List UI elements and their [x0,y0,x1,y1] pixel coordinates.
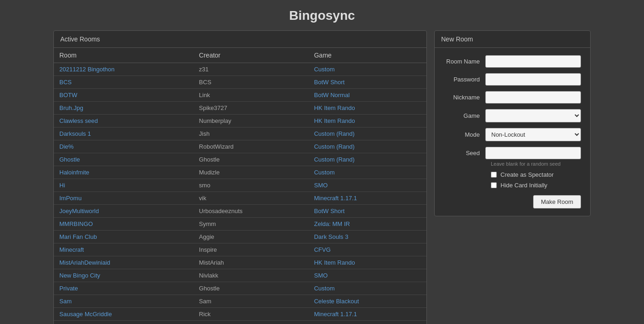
table-row[interactable]: New Bingo CityNivlakkSMO [54,269,426,282]
game-cell: Minecraft 1.17.1 [309,321,426,324]
creator-cell: z31 [194,63,309,76]
password-row: Password [444,73,581,86]
room-name-cell: 20211212 Bingothon [54,63,194,76]
table-row[interactable]: JoeyMultiworldUrbosadeeznutsBotW Short [54,205,426,218]
col-creator: Creator [194,48,309,63]
game-cell: Minecraft 1.17.1 [309,308,426,321]
room-name-cell: MMRBINGO [54,218,194,231]
table-row[interactable]: MinecraftInspireCFVG [54,243,426,256]
game-label: Game [444,112,485,119]
room-name-input[interactable] [485,55,581,68]
game-cell: HK Item Rando [309,102,426,115]
spectator-checkbox-row: Create as Spectator [491,171,581,178]
creator-cell: Inspire [194,243,309,256]
hide-card-label[interactable]: Hide Card Initially [500,182,547,189]
room-name-cell: Mari Fan Club [54,231,194,243]
mode-row: Mode Non-LockoutLockoutBlackoutExplorati… [444,128,581,141]
game-row: Game [444,109,581,122]
table-row[interactable]: 20211212 Bingothonz31Custom [54,63,426,76]
room-name-cell: Minecraft [54,243,194,256]
table-row[interactable]: Shell BrosDameMinecraft 1.17.1 [54,321,426,324]
creator-cell: BCS [194,76,309,89]
game-cell: BotW Normal [309,89,426,102]
password-input[interactable] [485,73,581,86]
creator-cell: vik [194,192,309,205]
table-row[interactable]: BCSBCSBotW Short [54,76,426,89]
creator-cell: Ghostle [194,153,309,166]
game-cell: Custom (Rand) [309,127,426,140]
room-name-cell: Ghostle [54,153,194,166]
game-cell: SMO [309,269,426,282]
room-name-cell: Sausage McGriddle [54,308,194,321]
make-room-button[interactable]: Make Room [533,195,581,208]
hide-card-checkbox[interactable] [491,182,497,188]
nickname-label: Nickname [444,94,485,101]
game-select[interactable] [485,109,581,122]
creator-cell: Jish [194,127,309,140]
mode-label: Mode [444,131,485,138]
table-row[interactable]: Darksouls 1JishCustom (Rand) [54,127,426,140]
game-cell: Custom (Rand) [309,153,426,166]
game-cell: Zelda: MM IR [309,218,426,231]
table-header-row: Room Creator Game [54,48,426,63]
room-name-cell: Clawless seed [54,115,194,127]
nickname-input[interactable] [485,91,581,104]
active-rooms-header: Active Rooms [54,31,426,48]
room-name-cell: BCS [54,76,194,89]
room-name-cell: Die% [54,140,194,153]
seed-input[interactable] [485,147,581,159]
creator-cell: Nivlakk [194,269,309,282]
table-row[interactable]: HismoSMO [54,179,426,192]
creator-cell: Numberplay [194,115,309,127]
spectator-label[interactable]: Create as Spectator [500,171,554,178]
table-row[interactable]: ImPomuvikMinecraft 1.17.1 [54,192,426,205]
spectator-checkbox[interactable] [491,172,497,178]
seed-label: Seed [444,150,485,156]
table-row[interactable]: HaloinfmiteMudizleCustom [54,166,426,179]
room-name-cell: Bruh.Jpg [54,102,194,115]
new-room-header: New Room [435,31,590,48]
room-name-cell: Sam [54,295,194,308]
table-row[interactable]: Clawless seedNumberplayHK Item Rando [54,115,426,127]
creator-cell: Urbosadeeznuts [194,205,309,218]
table-row[interactable]: PrivateGhostleCustom [54,282,426,295]
creator-cell: smo [194,179,309,192]
table-row[interactable]: Bruh.JpgSpike3727HK Item Rando [54,102,426,115]
room-name-cell: New Bingo City [54,269,194,282]
game-cell: Minecraft 1.17.1 [309,192,426,205]
table-row[interactable]: BOTWLinkBotW Normal [54,89,426,102]
creator-cell: Rick [194,308,309,321]
col-room: Room [54,48,194,63]
table-row[interactable]: Sausage McGriddleRickMinecraft 1.17.1 [54,308,426,321]
table-row[interactable]: SamSamCeleste Blackout [54,295,426,308]
creator-cell: Spike3727 [194,102,309,115]
make-room-row: Make Room [444,195,581,208]
game-cell: HK Item Rando [309,256,426,269]
table-row[interactable]: GhostleGhostleCustom (Rand) [54,153,426,166]
seed-hint: Leave blank for a random seed [491,161,581,167]
room-name-cell: ImPomu [54,192,194,205]
game-cell: HK Item Rando [309,115,426,127]
table-row[interactable]: MMRBINGOSymmZelda: MM IR [54,218,426,231]
creator-cell: Aggie [194,231,309,243]
game-cell: BotW Short [309,76,426,89]
room-name-cell: Hi [54,179,194,192]
table-row[interactable]: Mari Fan ClubAggieDark Souls 3 [54,231,426,243]
creator-cell: Link [194,89,309,102]
new-room-panel: New Room Room Name Password Nickname Gam… [434,30,591,216]
seed-row: Seed [444,147,581,159]
creator-cell: Dame [194,321,309,324]
creator-cell: Mudizle [194,166,309,179]
room-name-cell: Shell Bros [54,321,194,324]
creator-cell: RobotWizard [194,140,309,153]
table-row[interactable]: MistAriahDewiniaidMistAriahHK Item Rando [54,256,426,269]
room-name-cell: MistAriahDewiniaid [54,256,194,269]
room-name-cell: Private [54,282,194,295]
room-name-cell: JoeyMultiworld [54,205,194,218]
active-rooms-panel: Active Rooms Room Creator Game 20211212 … [53,30,427,324]
mode-select[interactable]: Non-LockoutLockoutBlackoutExploration [485,128,581,141]
table-row[interactable]: Die%RobotWizardCustom (Rand) [54,140,426,153]
game-cell: Custom [309,166,426,179]
game-cell: Custom [309,282,426,295]
room-name-cell: BOTW [54,89,194,102]
